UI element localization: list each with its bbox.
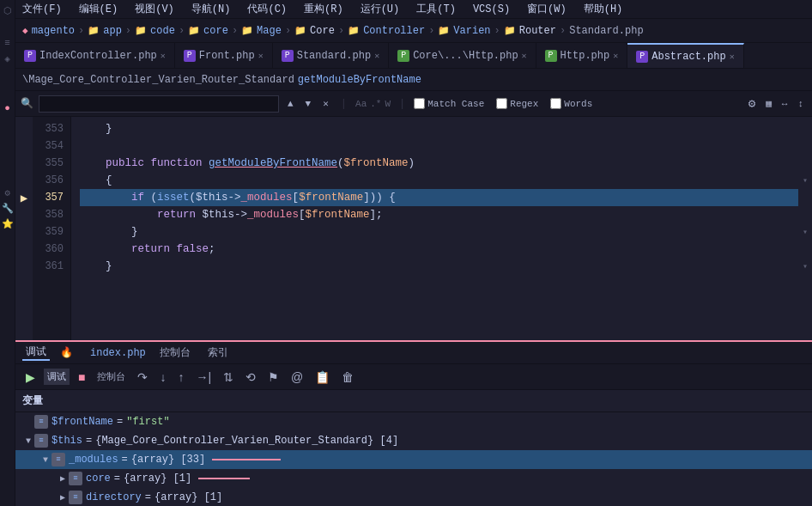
menu-view[interactable]: 视图(V) — [131, 0, 178, 18]
tab-close-1[interactable]: ✕ — [258, 51, 264, 61]
sidebar-icon-6[interactable]: 🔧 — [1, 201, 15, 215]
tab-close-3[interactable]: ✕ — [522, 51, 527, 61]
menu-vcs[interactable]: VCS(S) — [470, 2, 513, 17]
sidebar-icon-7[interactable]: ⭐ — [1, 216, 15, 230]
tab-close-0[interactable]: ✕ — [161, 51, 166, 61]
tab-close-5[interactable]: ✕ — [730, 52, 735, 62]
debug-label[interactable]: 调试 — [44, 369, 70, 385]
ln-361: 361 — [33, 258, 64, 275]
nav-app[interactable]: app — [103, 25, 122, 37]
menu-edit[interactable]: 编辑(E) — [76, 0, 122, 18]
menu-help[interactable]: 帮助(H) — [580, 0, 627, 18]
debug-btn-10[interactable]: 🗑 — [338, 369, 357, 386]
search-btn-2[interactable]: ▦ — [762, 96, 775, 111]
bottom-tab-console[interactable]: 控制台 — [156, 345, 194, 360]
words-option[interactable]: Words — [550, 98, 592, 109]
var-row-directory[interactable]: ▶ ≡ directory = {array} [1] — [15, 488, 812, 506]
match-case-option[interactable]: Match Case — [414, 98, 484, 109]
variables-content: ▶ ≡ $frontName = "first" ▼ ≡ $this = {Ma… — [15, 412, 812, 506]
search-nav-up[interactable]: ▲ — [284, 97, 297, 111]
nav-varien[interactable]: Varien — [453, 25, 490, 37]
var-row-this[interactable]: ▼ ≡ $this = {Mage_Core_Controller_Varien… — [15, 431, 812, 450]
tab-icon-0: P — [24, 50, 36, 62]
sidebar-icon-3[interactable]: ◈ — [1, 52, 15, 65]
match-case-checkbox[interactable] — [414, 98, 425, 109]
debug-btn-5[interactable]: ⇅ — [220, 369, 237, 386]
debug-play[interactable]: ▶ — [22, 369, 39, 386]
tab-close-4[interactable]: ✕ — [613, 51, 618, 61]
tab-corehttp[interactable]: P Core\...\Http.php ✕ — [389, 43, 536, 68]
fold-361[interactable]: ▾ — [798, 258, 812, 275]
search-icon-aa[interactable]: Aa — [355, 99, 367, 109]
sidebar-icon-1[interactable]: ⬡ — [1, 3, 15, 17]
bottom-tab-index[interactable]: 索引 — [204, 345, 232, 360]
words-checkbox[interactable] — [550, 98, 561, 109]
nav-controller[interactable]: Controller — [363, 25, 425, 37]
bottom-file[interactable]: index.php — [90, 347, 146, 359]
var-row-core[interactable]: ▶ ≡ core = {array} [1] — [15, 469, 812, 488]
nav-core[interactable]: core — [203, 25, 228, 37]
search-nav-down[interactable]: ▼ — [302, 97, 315, 111]
regex-checkbox[interactable] — [496, 98, 507, 109]
search-icon-word[interactable]: W — [385, 99, 391, 109]
var-eq-this: = — [86, 435, 92, 447]
search-btn-4[interactable]: ↕ — [794, 97, 807, 111]
gutter-359 — [15, 223, 33, 241]
menu-tools[interactable]: 工具(T) — [413, 0, 459, 18]
sidebar-icon-4[interactable]: ● — [1, 101, 15, 115]
nav-coreup[interactable]: Core — [310, 25, 335, 37]
debug-stop[interactable]: ■ — [75, 369, 88, 386]
tab-abstract[interactable]: P Abstract.php ✕ — [627, 43, 743, 68]
expand-this[interactable]: ▼ — [22, 435, 34, 447]
debug-console[interactable]: 控制台 — [94, 369, 129, 385]
arrow-icon: ▶ — [21, 191, 27, 205]
search-right-icons: ⚙ ▦ ↔ ↕ — [745, 94, 807, 113]
match-case-label: Match Case — [427, 99, 484, 109]
debug-btn-7[interactable]: ⚑ — [264, 369, 282, 386]
debug-btn-6[interactable]: ⟲ — [242, 369, 259, 386]
menu-refactor[interactable]: 重构(R) — [300, 0, 347, 18]
line-numbers: 353 354 355 356 357 358 359 360 361 — [33, 117, 71, 340]
debug-step-over[interactable]: ↷ — [134, 369, 151, 386]
nav-magento[interactable]: magento — [32, 25, 75, 37]
regex-option[interactable]: Regex — [496, 98, 538, 109]
search-btn-1[interactable]: ⚙ — [745, 94, 759, 113]
debug-run-to[interactable]: →| — [192, 369, 215, 386]
expand-directory[interactable]: ▶ — [57, 491, 69, 503]
fold-359[interactable]: ▾ — [798, 223, 812, 241]
fold-356[interactable]: ▾ — [798, 172, 812, 189]
tab-standard[interactable]: P Standard.php ✕ — [273, 43, 389, 68]
sidebar-icon-5[interactable]: ⚙ — [1, 186, 15, 199]
var-row-modules[interactable]: ▼ ≡ _modules = {array} [33] — [15, 450, 812, 469]
var-row-frontname[interactable]: ▶ ≡ $frontName = "first" — [15, 412, 812, 431]
debug-step-out[interactable]: ↑ — [174, 369, 187, 386]
menu-code[interactable]: 代码(C) — [244, 0, 290, 18]
nav-standard[interactable]: Standard.php — [569, 25, 643, 37]
expand-core[interactable]: ▶ — [57, 472, 69, 485]
tab-close-2[interactable]: ✕ — [374, 51, 379, 61]
search-icon-regex[interactable]: .* — [370, 99, 381, 109]
nav-code[interactable]: code — [150, 25, 175, 37]
nav-mage[interactable]: Mage — [257, 25, 282, 37]
search-close[interactable]: ✕ — [319, 96, 332, 111]
editor-gutter: ▶ — [15, 117, 33, 340]
folder-icon-controller: 📁 — [348, 26, 360, 36]
debug-step-into[interactable]: ↓ — [156, 369, 169, 386]
menu-window[interactable]: 窗口(W) — [524, 0, 570, 18]
search-btn-3[interactable]: ↔ — [779, 97, 791, 111]
search-input[interactable] — [39, 95, 279, 113]
menu-nav[interactable]: 导航(N) — [188, 0, 234, 18]
code-lines[interactable]: } public function getModuleByFrontName (… — [71, 117, 798, 340]
menu-run[interactable]: 运行(U) — [357, 0, 403, 18]
code-line-357: if ( isset ( $this-> _modules [ $frontNa… — [80, 189, 798, 206]
debug-btn-9[interactable]: 📋 — [312, 369, 333, 386]
debug-btn-8[interactable]: @ — [288, 369, 306, 386]
bottom-tab-debug[interactable]: 调试 — [22, 344, 50, 361]
expand-modules[interactable]: ▼ — [39, 454, 52, 466]
tab-front[interactable]: P Front.php ✕ — [175, 43, 273, 68]
nav-router[interactable]: Router — [519, 25, 556, 37]
menu-file[interactable]: 文件(F) — [19, 0, 65, 18]
tab-http[interactable]: P Http.php ✕ — [536, 43, 628, 68]
tab-indexcontroller[interactable]: P IndexController.php ✕ — [15, 43, 175, 68]
sidebar-icon-2[interactable]: ≡ — [1, 36, 15, 50]
